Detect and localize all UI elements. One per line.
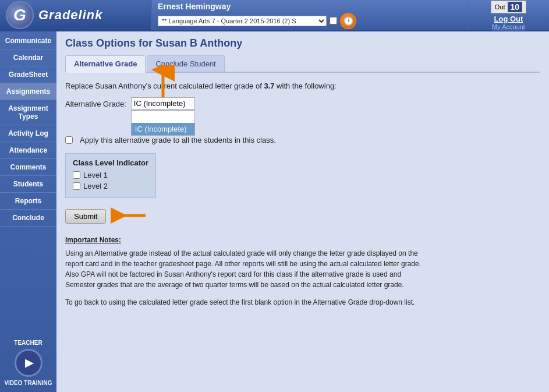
level1-row: Level 1 xyxy=(73,171,148,179)
level2-checkbox[interactable] xyxy=(73,182,80,190)
user-section: Ernest Hemingway ** Language Arts 7 - Qu… xyxy=(151,0,467,30)
level2-row: Level 2 xyxy=(73,182,148,190)
apply-row: Apply this alternative grade to all the … xyxy=(65,136,540,144)
class-selector: ** Language Arts 7 - Quarter 2 2015-2016… xyxy=(158,13,462,29)
video-training-section: TEACHER ▶ VIDEO TRAINING xyxy=(0,334,56,392)
sidebar-item-conclude[interactable]: Conclude xyxy=(0,210,56,227)
sidebar-item-calendar[interactable]: Calendar xyxy=(0,50,56,66)
submit-row: Submit xyxy=(65,207,540,226)
sidebar-item-communicate[interactable]: Communicate xyxy=(0,33,56,50)
my-account-link[interactable]: My Account xyxy=(492,23,525,30)
sidebar-item-assignment-types[interactable]: Assignment Types xyxy=(0,100,56,125)
replace-suffix: with the following: xyxy=(275,82,337,90)
clock-icon: 🕐 xyxy=(340,13,356,29)
apply-label: Apply this alternative grade to all the … xyxy=(80,136,276,144)
header: G Gradelink Ernest Hemingway ** Language… xyxy=(0,0,549,31)
sidebar: Communicate Calendar GradeSheet Assignme… xyxy=(0,31,56,392)
logo-area: G Gradelink xyxy=(0,0,151,30)
content-area: Class Options for Susan B Anthony Altern… xyxy=(56,31,549,392)
sidebar-item-assignments[interactable]: Assignments xyxy=(0,83,56,100)
alt-grade-section: Replace Susan Anthony's current calculat… xyxy=(65,82,540,308)
apply-checkbox[interactable] xyxy=(65,136,73,144)
replace-prefix: Replace Susan Anthony's current calculat… xyxy=(65,82,264,90)
level1-label: Level 1 xyxy=(83,171,108,179)
level1-checkbox[interactable] xyxy=(73,171,80,179)
important-notes: Important Notes: Using an Alternative gr… xyxy=(65,235,426,290)
user-name: Ernest Hemingway xyxy=(158,2,462,11)
replace-text: Replace Susan Anthony's current calculat… xyxy=(65,82,540,90)
main-layout: Communicate Calendar GradeSheet Assignme… xyxy=(0,31,549,392)
tab-conclude-student[interactable]: Conclude Student xyxy=(147,55,224,72)
dropdown-container: IC (Incomplete) IC (Incomplete) xyxy=(131,97,195,110)
left-arrow-annotation xyxy=(111,207,146,226)
grade-value: 3.7 xyxy=(264,82,274,90)
class-checkbox[interactable] xyxy=(330,17,337,24)
logout-link[interactable]: Log Out xyxy=(494,15,523,23)
teacher-label: TEACHER xyxy=(3,340,54,346)
sidebar-item-reports[interactable]: Reports xyxy=(0,193,56,210)
tab-alt-grade[interactable]: Alternative Grade xyxy=(65,55,146,73)
play-button[interactable]: ▶ xyxy=(15,349,42,377)
class-level-title: Class Level Indicator xyxy=(73,158,148,167)
class-level-box: Class Level Indicator Level 1 Level 2 xyxy=(65,153,156,198)
account-badge: Out 10 xyxy=(491,1,526,13)
sidebar-item-comments[interactable]: Comments xyxy=(0,159,56,176)
sidebar-item-attendance[interactable]: Attendance xyxy=(0,142,56,159)
alt-grade-label: Alternative Grade: xyxy=(65,97,126,108)
dropdown-options: IC (Incomplete) xyxy=(131,110,195,136)
logo-text: Gradelink xyxy=(38,8,102,23)
sidebar-item-students[interactable]: Students xyxy=(0,176,56,193)
dropdown-option-ic[interactable]: IC (Incomplete) xyxy=(132,123,194,135)
page-title: Class Options for Susan B Anthony xyxy=(65,37,540,50)
level2-label: Level 2 xyxy=(83,182,108,190)
account-out-label: Out xyxy=(495,3,505,10)
account-number: 10 xyxy=(508,2,523,12)
video-training-label: VIDEO TRAINING xyxy=(3,380,54,386)
dropdown-option-blank[interactable] xyxy=(132,111,194,123)
sidebar-item-gradesheet[interactable]: GradeSheet xyxy=(0,66,56,83)
logo-icon: G xyxy=(6,1,34,29)
account-section: Out 10 Log Out My Account xyxy=(467,0,549,30)
alt-grade-row: Alternative Grade: IC (Incomplete) IC (I… xyxy=(65,97,540,110)
notes-title: Important Notes: xyxy=(65,235,426,245)
tabs: Alternative Grade Conclude Student xyxy=(65,55,540,73)
back-note: To go back to using the calculated lette… xyxy=(65,297,426,308)
submit-button[interactable]: Submit xyxy=(65,209,106,224)
class-dropdown[interactable]: ** Language Arts 7 - Quarter 2 2015-2016… xyxy=(158,16,327,26)
play-icon: ▶ xyxy=(25,356,33,369)
alt-grade-select[interactable]: IC (Incomplete) xyxy=(131,97,195,110)
sidebar-item-activity-log[interactable]: Activity Log xyxy=(0,125,56,142)
notes-body: Using an Alternative grade instead of th… xyxy=(65,248,426,290)
